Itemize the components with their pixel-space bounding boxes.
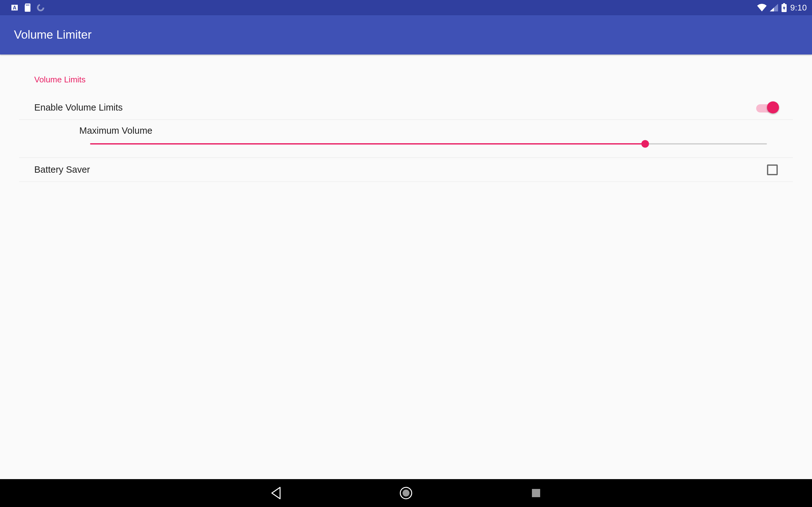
wifi-icon [757,4,767,11]
svg-rect-2 [26,4,27,6]
battery-saver-checkbox[interactable] [767,164,778,175]
home-button[interactable] [398,485,414,501]
svg-rect-3 [27,4,28,6]
recent-apps-button[interactable] [528,485,544,501]
app-bar: Volume Limiter [0,15,812,55]
switch-thumb [767,101,779,113]
maximum-volume-label: Maximum Volume [79,125,778,136]
section-title-volume-limits: Volume Limits [19,71,793,95]
enable-volume-limits-label: Enable Volume Limits [34,102,756,113]
slider-track-fill [90,143,645,145]
enable-volume-limits-switch[interactable] [756,101,778,114]
cellular-icon [770,4,778,11]
status-bar: A 9:10 [0,0,812,15]
svg-point-5 [38,5,44,10]
row-enable-volume-limits[interactable]: Enable Volume Limits [19,95,793,120]
app-title: Volume Limiter [14,28,92,42]
back-button[interactable] [268,485,284,501]
sd-card-icon [24,3,31,12]
navigation-bar [0,479,812,507]
svg-text:A: A [13,5,16,10]
row-battery-saver[interactable]: Battery Saver [19,158,793,182]
loading-icon [37,4,44,11]
maximum-volume-slider[interactable] [90,138,767,149]
battery-charging-icon [781,3,787,12]
status-left: A [5,3,44,12]
svg-rect-6 [783,3,785,4]
svg-rect-10 [532,489,540,497]
svg-point-9 [403,490,409,497]
settings-content: Volume Limits Enable Volume Limits Maxim… [0,55,812,479]
status-clock: 9:10 [790,3,807,13]
svg-rect-4 [29,4,29,6]
keyboard-a-icon: A [11,4,18,11]
slider-thumb[interactable] [641,140,649,148]
status-right: 9:10 [757,3,807,13]
battery-saver-label: Battery Saver [34,164,767,175]
row-maximum-volume[interactable]: Maximum Volume [19,120,793,158]
